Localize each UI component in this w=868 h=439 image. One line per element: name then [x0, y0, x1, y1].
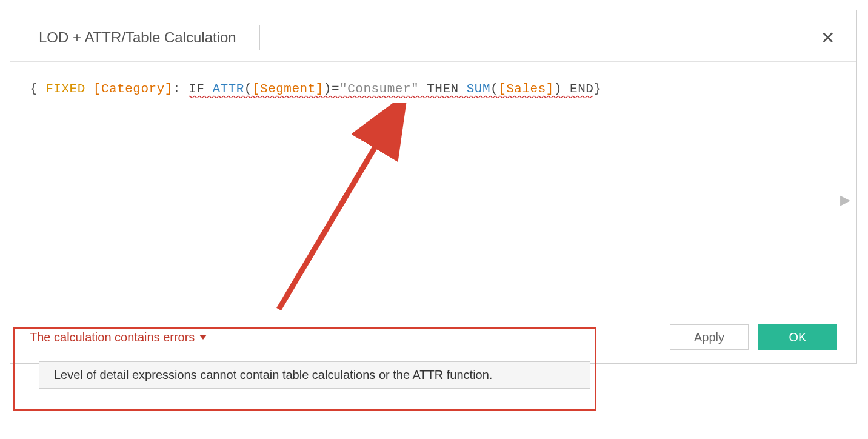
close-icon[interactable]: ✕ — [818, 28, 837, 47]
error-summary-text: The calculation contains errors — [30, 330, 195, 344]
paren-open-2: ( — [490, 82, 498, 96]
error-detail-tooltip: Level of detail expressions cannot conta… — [39, 361, 590, 389]
error-summary-toggle[interactable]: The calculation contains errors — [30, 330, 207, 344]
equals: = — [332, 82, 339, 96]
paren-close-2: ) — [554, 82, 562, 96]
calc-name-input[interactable]: LOD + ATTR/Table Calculation — [30, 25, 260, 50]
apply-button[interactable]: Apply — [670, 324, 749, 350]
literal-consumer: "Consumer" — [339, 82, 419, 96]
paren-open-1: ( — [244, 82, 252, 96]
field-category: [Category] — [93, 82, 173, 96]
calc-editor-dialog: LOD + ATTR/Table Calculation ✕ { FIXED [… — [10, 10, 857, 364]
expand-pane-icon[interactable]: ▶ — [840, 192, 850, 208]
chevron-down-icon — [199, 335, 207, 340]
dialog-header: LOD + ATTR/Table Calculation ✕ — [10, 10, 856, 62]
colon: : — [173, 82, 189, 96]
field-segment: [Segment] — [252, 82, 324, 96]
formula-editor[interactable]: { FIXED [Category]: IF ATTR([Segment])="… — [10, 62, 856, 116]
ok-button[interactable]: OK — [758, 324, 837, 350]
field-sales: [Sales] — [498, 82, 554, 96]
keyword-fixed: FIXED — [45, 82, 93, 96]
fn-sum: SUM — [467, 82, 490, 96]
fn-attr: ATTR — [212, 82, 244, 96]
keyword-end: END — [562, 82, 593, 96]
keyword-if: IF — [189, 82, 212, 96]
dialog-buttons: Apply OK — [670, 324, 837, 350]
paren-close-1: ) — [324, 82, 332, 96]
brace-open: { — [30, 82, 45, 96]
dialog-footer: The calculation contains errors Apply OK — [10, 313, 856, 363]
brace-close: } — [593, 82, 601, 96]
keyword-then: THEN — [419, 82, 467, 96]
